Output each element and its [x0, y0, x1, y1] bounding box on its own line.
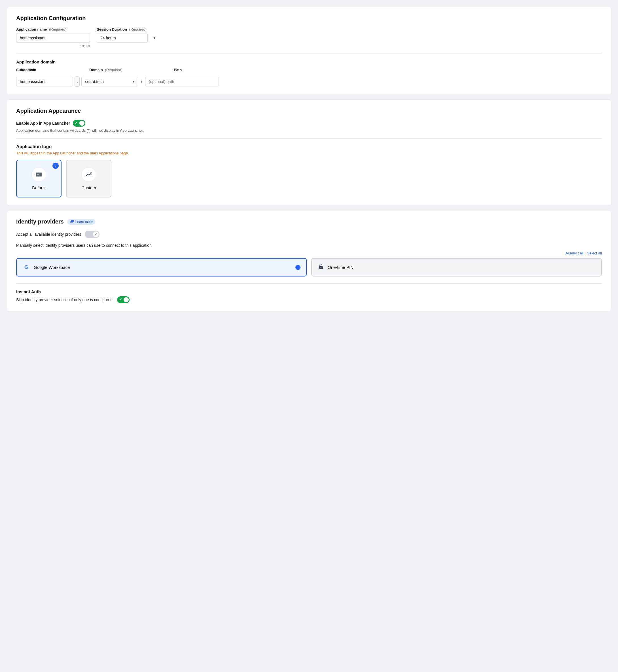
app-appearance-title: Application Appearance: [16, 108, 602, 114]
logo-option-default[interactable]: ✓ Default: [16, 160, 62, 197]
app-appearance-section: Application Appearance Enable App in App…: [7, 100, 611, 206]
idp-header: Identity providers Learn more: [16, 219, 602, 225]
app-name-input[interactable]: [16, 33, 90, 43]
subdomain-label: Subdomain: [16, 68, 73, 72]
google-g-icon: G: [22, 263, 30, 271]
path-input[interactable]: [145, 77, 219, 87]
svg-rect-3: [39, 175, 40, 175]
idp-card-google-left: G Google Workspace: [22, 263, 70, 271]
app-name-session-row: Application name (Required) 13/350 Sessi…: [16, 27, 602, 48]
svg-rect-11: [322, 269, 322, 269]
instant-auth-row: Skip identity provider selection if only…: [16, 296, 602, 303]
accept-all-toggle[interactable]: ✕: [85, 231, 100, 238]
svg-rect-2: [39, 174, 41, 174]
wildcard-note: Application domains that contain wildcar…: [16, 128, 602, 133]
domain-label: Domain (Required): [89, 68, 152, 72]
instant-auth-title: Instant Auth: [16, 289, 602, 294]
custom-logo-icon: [81, 167, 96, 182]
default-logo-label: Default: [32, 185, 45, 190]
domain-slash: /: [140, 79, 143, 84]
svg-rect-10: [321, 269, 321, 269]
instant-auth-toggle-track: ✓: [117, 296, 129, 303]
app-name-group: Application name (Required) 13/350: [16, 27, 90, 48]
instant-auth-section: Instant Auth Skip identity provider sele…: [16, 283, 602, 303]
instant-auth-toggle-knob: [124, 297, 129, 302]
svg-rect-0: [36, 172, 42, 176]
instant-auth-check-icon: ✓: [119, 297, 122, 301]
session-duration-select-wrapper: 1 hour 8 hours 24 hours 7 days 30 days ▼: [97, 33, 159, 43]
session-duration-label: Session Duration (Required): [97, 27, 159, 31]
appearance-divider: [16, 138, 602, 139]
toggle-knob: [79, 121, 85, 126]
app-name-label: Application name (Required): [16, 27, 90, 31]
domain-input-row: . ceard.tech ▼ /: [16, 77, 602, 87]
idp-card-otp[interactable]: One-time PIN: [311, 258, 602, 276]
svg-point-8: [321, 267, 321, 268]
svg-rect-9: [319, 269, 320, 269]
path-label: Path: [174, 68, 182, 72]
enable-app-launcher-label: Enable App in App Launcher: [16, 121, 70, 126]
otp-label: One-time PIN: [328, 265, 353, 270]
idp-card-google[interactable]: G Google Workspace: [16, 258, 307, 276]
toggle-check-icon: ✓: [75, 121, 78, 125]
enable-app-launcher-row: Enable App in App Launcher ✓: [16, 120, 602, 127]
learn-more-icon: [70, 220, 74, 224]
domain-labels-row: Subdomain Domain (Required) Path: [16, 68, 602, 72]
idp-cards-container: G Google Workspace One-time PIN: [16, 258, 602, 276]
deselect-select-row: Deselect all Select all: [16, 251, 602, 255]
default-logo-icon: [31, 167, 46, 182]
idp-card-otp-left: One-time PIN: [317, 263, 353, 271]
accept-all-label: Accept all available identity providers: [16, 232, 81, 237]
logo-selected-check-icon: ✓: [53, 163, 59, 169]
config-divider: [16, 53, 602, 54]
domain-dot: .: [75, 77, 80, 87]
domain-select-wrapper: ceard.tech ▼: [81, 77, 138, 87]
logo-section-title: Application logo: [16, 144, 602, 149]
custom-logo-label: Custom: [81, 185, 96, 190]
deselect-all-button[interactable]: Deselect all: [564, 251, 584, 255]
logo-note: This will appear in the App Launcher and…: [16, 151, 602, 155]
manual-select-label: Manually select identity providers users…: [16, 243, 602, 248]
idp-title: Identity providers: [16, 219, 64, 225]
google-workspace-label: Google Workspace: [34, 265, 70, 270]
otp-lock-icon: [317, 263, 324, 271]
svg-rect-6: [71, 220, 74, 222]
instant-auth-toggle[interactable]: ✓: [117, 296, 129, 303]
enable-app-launcher-toggle[interactable]: ✓: [73, 120, 85, 127]
instant-auth-label: Skip identity provider selection if only…: [16, 297, 113, 302]
app-config-section: Application Configuration Application na…: [7, 7, 611, 95]
learn-more-badge[interactable]: Learn more: [67, 219, 96, 225]
learn-more-label: Learn more: [75, 220, 93, 224]
select-all-button[interactable]: Select all: [587, 251, 602, 255]
logo-option-custom[interactable]: Custom: [66, 160, 111, 197]
domain-select[interactable]: ceard.tech: [81, 77, 138, 87]
session-duration-select[interactable]: 1 hour 8 hours 24 hours 7 days 30 days: [97, 33, 148, 43]
app-config-title: Application Configuration: [16, 15, 602, 21]
accept-all-row: Accept all available identity providers …: [16, 231, 602, 238]
svg-rect-1: [37, 174, 38, 175]
google-selected-dot: [295, 265, 301, 270]
session-select-chevron-icon: ▼: [153, 36, 156, 40]
toggle-x-knob: ✕: [93, 232, 99, 237]
subdomain-input[interactable]: [16, 77, 73, 87]
app-domain-title: Application domain: [16, 59, 602, 64]
toggle-track: ✓: [73, 120, 85, 127]
logo-options-container: ✓ Default Custom: [16, 160, 602, 197]
app-name-char-count: 13/350: [16, 44, 90, 48]
identity-providers-section: Identity providers Learn more Accept all…: [7, 210, 611, 311]
session-duration-group: Session Duration (Required) 1 hour 8 hou…: [97, 27, 159, 43]
